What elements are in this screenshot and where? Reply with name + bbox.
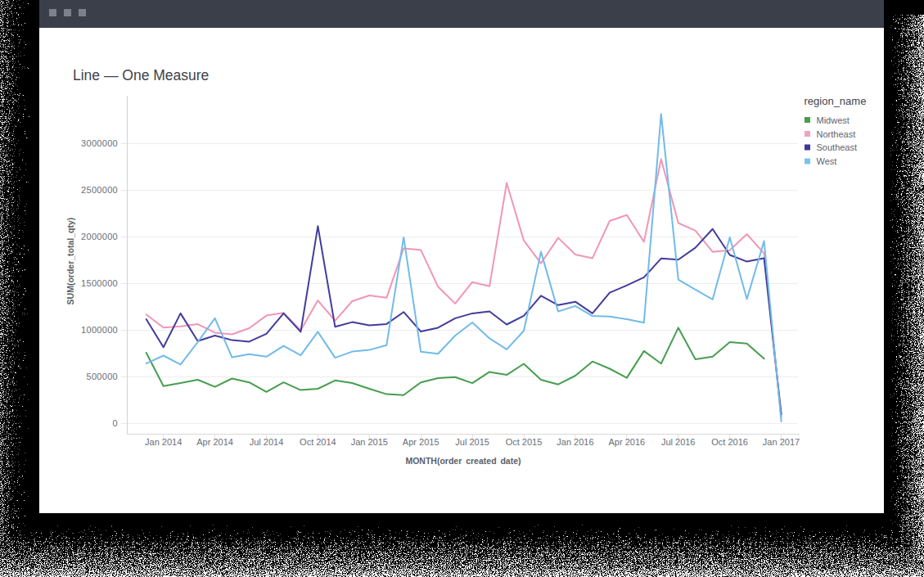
- svg-text:Jul 2014: Jul 2014: [250, 437, 284, 447]
- svg-text:West: West: [817, 156, 837, 166]
- svg-text:Jan 2017: Jan 2017: [763, 437, 800, 447]
- svg-text:Jan 2016: Jan 2016: [557, 437, 593, 447]
- svg-text:Northeast: Northeast: [817, 129, 856, 139]
- svg-text:Oct 2015: Oct 2015: [506, 437, 543, 447]
- svg-text:3000000: 3000000: [81, 138, 118, 148]
- svg-text:Jan 2014: Jan 2014: [145, 437, 182, 447]
- svg-text:500000: 500000: [86, 372, 118, 381]
- svg-text:Jan 2015: Jan 2015: [351, 437, 388, 447]
- svg-text:MONTH(order created date): MONTH(order created date): [405, 456, 521, 466]
- svg-text:0: 0: [113, 418, 118, 428]
- svg-text:Oct 2014: Oct 2014: [300, 437, 336, 447]
- svg-text:Oct 2016: Oct 2016: [711, 437, 748, 447]
- svg-text:Apr 2016: Apr 2016: [608, 437, 645, 447]
- svg-text:SUM(order_total_qty): SUM(order_total_qty): [65, 218, 75, 305]
- svg-text:Jul 2016: Jul 2016: [661, 437, 696, 447]
- svg-text:2500000: 2500000: [81, 185, 118, 195]
- svg-text:2000000: 2000000: [81, 232, 118, 241]
- svg-text:1000000: 1000000: [81, 325, 118, 335]
- svg-text:Midwest: Midwest: [817, 115, 850, 125]
- svg-text:Apr 2014: Apr 2014: [196, 437, 233, 447]
- svg-text:region_name: region_name: [805, 95, 867, 107]
- svg-text:1500000: 1500000: [81, 278, 118, 288]
- svg-text:Southeast: Southeast: [817, 142, 858, 152]
- svg-text:Jul 2015: Jul 2015: [455, 437, 489, 447]
- svg-text:Line — One Measure: Line — One Measure: [73, 67, 209, 83]
- svg-text:Apr 2015: Apr 2015: [403, 437, 439, 447]
